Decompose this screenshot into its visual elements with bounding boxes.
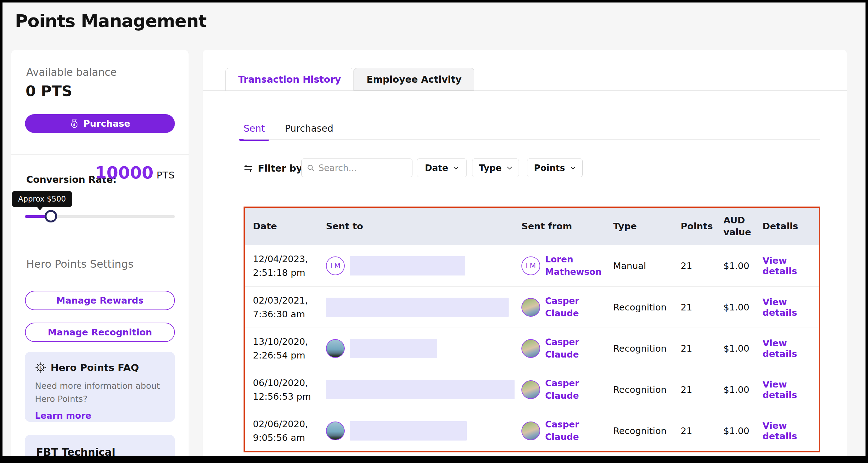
view-details-link[interactable]: View details — [763, 379, 797, 400]
date-cell: 12/04/2023, 2:51:18 pm — [245, 252, 318, 279]
aud-value-cell: $1.00 — [715, 302, 754, 312]
table-row: 13/10/2020, 2:26:54 pm Casper Claude Rec… — [245, 328, 819, 369]
sent-to-cell — [318, 421, 513, 440]
sent-from-cell: Casper Claude — [513, 295, 605, 320]
conversion-rate-value: 10000 PTS — [95, 163, 175, 183]
sent-from-cell: Casper Claude — [513, 419, 605, 443]
main-panel: Transaction History Employee Activity Se… — [203, 50, 847, 456]
date-line1: 13/10/2020, — [253, 335, 318, 349]
view-details-link[interactable]: View details — [763, 255, 797, 276]
subtab-purchased[interactable]: Purchased — [285, 123, 333, 134]
search-input[interactable] — [318, 163, 407, 173]
date-line2: 2:26:54 pm — [253, 349, 318, 362]
table-row: 02/03/2021, 7:36:30 am Casper Claude Rec… — [245, 287, 819, 328]
sliders-icon — [243, 163, 253, 173]
type-cell: Recognition — [605, 302, 673, 312]
chevron-down-icon — [453, 166, 459, 170]
subtab-bar: Sent Purchased — [244, 123, 334, 134]
date-line1: 12/04/2023, — [253, 252, 318, 266]
tab-bar: Transaction History Employee Activity — [225, 68, 474, 91]
view-details-link[interactable]: View details — [763, 338, 797, 359]
sent-from-cell: Casper Claude — [513, 377, 605, 402]
col-header-sent-to: Sent to — [318, 221, 513, 232]
points-cell: 21 — [673, 426, 715, 436]
manage-rewards-button[interactable]: Manage Rewards — [25, 291, 175, 310]
points-management-page: Points Management Available balance 0 PT… — [0, 0, 868, 463]
points-filter-label: Points — [534, 163, 565, 173]
fbt-summary-title: FBT Technical Summary — [36, 446, 164, 463]
avatar-photo — [521, 380, 540, 399]
type-filter-dropdown[interactable]: Type — [472, 159, 519, 177]
fbt-summary-card: FBT Technical Summary — [25, 435, 175, 463]
points-filter-dropdown[interactable]: Points — [527, 159, 583, 177]
date-line2: 2:51:18 pm — [253, 266, 318, 279]
conversion-slider-track[interactable] — [25, 215, 175, 218]
col-header-points: Points — [673, 221, 715, 232]
table-row: 06/10/2020, 12:56:53 pm Casper Claude Re… — [245, 369, 819, 410]
tab-transaction-history[interactable]: Transaction History — [225, 68, 354, 91]
filter-by-label: Filter by: — [258, 163, 306, 174]
avatar-initials-text: LM — [330, 262, 341, 270]
hero-points-faq-card: $ Hero Points FAQ Need more information … — [25, 352, 175, 422]
date-cell: 13/10/2020, 2:26:54 pm — [245, 335, 318, 362]
purchase-button-label: Purchase — [83, 118, 130, 129]
view-details-link[interactable]: View details — [763, 297, 797, 318]
coin-shine-icon: $ — [35, 362, 46, 373]
available-balance-label: Available balance — [26, 66, 117, 78]
chevron-down-icon — [570, 166, 576, 170]
type-cell: Manual — [605, 261, 673, 271]
avatar-initials: LM — [521, 257, 540, 275]
svg-text:$: $ — [39, 365, 42, 370]
redacted-name-bar — [350, 256, 465, 275]
hero-points-settings-title: Hero Points Settings — [26, 258, 134, 270]
avatar-photo — [326, 422, 345, 440]
sender-name: Casper Claude — [545, 419, 600, 443]
chevron-down-icon — [507, 166, 513, 170]
sidebar-divider — [11, 155, 189, 155]
subtab-sent[interactable]: Sent — [244, 123, 265, 134]
slider-tooltip: Approx $500 — [12, 191, 72, 207]
tabs-divider — [203, 91, 847, 91]
aud-value-cell: $1.00 — [715, 343, 754, 354]
col-header-type: Type — [605, 221, 673, 232]
avatar-photo — [521, 339, 540, 358]
redacted-name-bar — [326, 380, 515, 399]
available-balance-value: 0 PTS — [26, 82, 72, 100]
page-title: Points Management — [15, 11, 206, 31]
aud-value-cell: $1.00 — [715, 385, 754, 395]
redacted-name-bar — [326, 298, 508, 317]
magnifier-icon — [307, 164, 315, 172]
avatar-initials: LM — [326, 257, 345, 275]
col-header-sent-from: Sent from — [513, 221, 605, 232]
table-row: 12/04/2023, 2:51:18 pm LM LM Loren Mathe… — [245, 245, 819, 287]
filter-row: Filter by: Date Type — [203, 159, 847, 178]
conversion-slider-handle[interactable] — [45, 210, 57, 223]
svg-text:$: $ — [73, 123, 75, 127]
date-filter-dropdown[interactable]: Date — [417, 159, 467, 177]
conversion-points-unit: PTS — [157, 170, 175, 180]
points-cell: 21 — [673, 261, 715, 271]
points-cell: 21 — [673, 343, 715, 354]
faq-body-text: Need more information about Hero Points? — [35, 379, 165, 406]
sent-to-cell: LM — [318, 256, 513, 275]
avatar-photo — [521, 298, 540, 317]
sent-to-cell — [318, 298, 513, 317]
view-details-link[interactable]: View details — [763, 420, 797, 441]
sender-name: Casper Claude — [545, 336, 600, 361]
col-header-date: Date — [245, 221, 318, 232]
redacted-name-bar — [350, 339, 437, 358]
date-cell: 06/10/2020, 12:56:53 pm — [245, 376, 318, 403]
purchase-button[interactable]: $ Purchase — [25, 114, 175, 133]
date-cell: 02/03/2021, 7:36:30 am — [245, 294, 318, 321]
manage-recognition-button[interactable]: Manage Recognition — [25, 323, 175, 342]
learn-more-link[interactable]: Learn more — [35, 410, 91, 421]
sent-to-cell — [318, 380, 513, 399]
date-line2: 9:05:56 am — [253, 431, 318, 444]
avatar-photo — [521, 422, 540, 440]
type-cell: Recognition — [605, 343, 673, 354]
col-header-aud-value: AUD value — [715, 214, 754, 238]
type-cell: Recognition — [605, 385, 673, 395]
tab-employee-activity[interactable]: Employee Activity — [354, 68, 474, 91]
avatar-photo — [326, 339, 345, 358]
type-filter-label: Type — [479, 163, 501, 173]
